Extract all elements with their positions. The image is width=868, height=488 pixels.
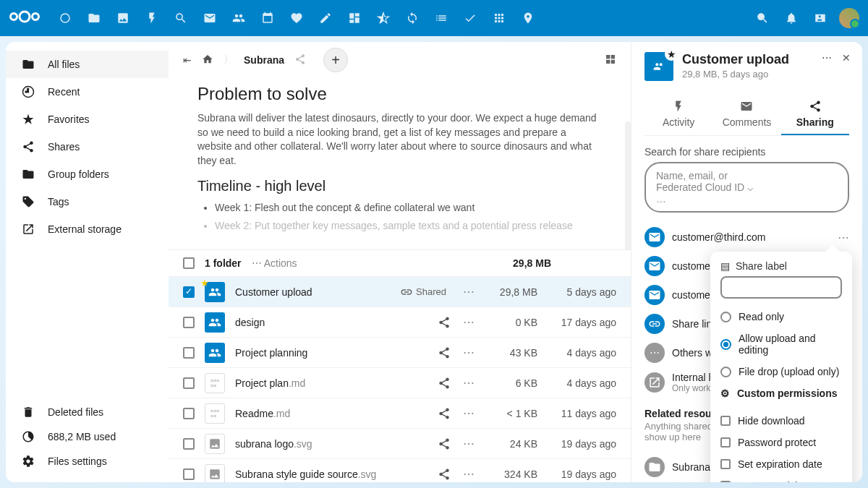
share-icon[interactable]: [400, 316, 451, 329]
circle-icon[interactable]: [51, 0, 80, 36]
row-more-icon[interactable]: ⋯: [461, 315, 477, 329]
location-icon[interactable]: [514, 0, 542, 36]
sidebar-item-recent[interactable]: Recent: [6, 78, 169, 106]
file-row[interactable]: ≡≡≡≡≡Readme.md⋯< 1 KB11 days ago: [169, 398, 631, 428]
share-option-check[interactable]: Password protect: [720, 432, 842, 453]
view-toggle-icon[interactable]: [605, 53, 616, 67]
share-option-check[interactable]: Hide download: [720, 410, 842, 432]
panel-close-icon[interactable]: ✕: [842, 52, 851, 64]
share-icon[interactable]: [400, 468, 451, 481]
breadcrumb-current[interactable]: Subrana: [244, 54, 284, 66]
trash-icon: [22, 406, 35, 419]
share-search-input[interactable]: Name, email, or Federated Cloud ID … ⌵: [644, 162, 849, 213]
row-checkbox[interactable]: [183, 377, 195, 389]
search-ring-icon[interactable]: [166, 0, 195, 36]
row-more-icon[interactable]: ⋯: [461, 376, 477, 390]
share-icon[interactable]: [400, 437, 451, 450]
row-checkbox[interactable]: [183, 317, 195, 328]
tab-comments[interactable]: Comments: [712, 94, 780, 135]
heart-icon[interactable]: [282, 0, 311, 36]
panel-more-icon[interactable]: ⋯: [822, 52, 832, 64]
row-more-icon[interactable]: ⋯: [461, 467, 477, 481]
contacts-icon[interactable]: [224, 0, 253, 36]
add-button[interactable]: +: [323, 48, 348, 72]
star-half-icon[interactable]: [369, 0, 398, 36]
bell-icon[interactable]: [777, 0, 806, 36]
deck-icon[interactable]: [340, 0, 369, 36]
share-icon[interactable]: [400, 377, 451, 390]
tab-sharing[interactable]: Sharing: [781, 94, 849, 135]
sidebar-item-group-folders[interactable]: Group folders: [6, 160, 169, 188]
select-all-checkbox[interactable]: [183, 257, 195, 269]
tab-activity[interactable]: Activity: [644, 94, 712, 135]
row-checkbox[interactable]: [183, 286, 195, 298]
file-row[interactable]: Customer upload Shared⋯29,8 MB5 days ago: [169, 276, 631, 307]
scrollbar[interactable]: [625, 121, 631, 249]
file-row[interactable]: ≡≡≡≡≡Project plan.md⋯6 KB4 days ago: [169, 367, 631, 398]
share-permission-option[interactable]: Read only: [720, 306, 842, 328]
share-permission-option[interactable]: Allow upload and editing: [720, 328, 842, 361]
row-more-icon[interactable]: ⋯: [461, 346, 477, 359]
row-checkbox[interactable]: [183, 347, 195, 359]
folder-icon[interactable]: [80, 0, 109, 36]
custom-permissions-button[interactable]: ⚙ Custom permissions: [720, 382, 842, 404]
user-avatar[interactable]: [839, 8, 859, 28]
sidebar-foot-gear[interactable]: Files settings: [6, 449, 169, 474]
sync-icon[interactable]: [398, 0, 427, 36]
row-checkbox[interactable]: [183, 408, 195, 419]
quota-icon: [22, 430, 35, 443]
file-date: 11 days ago: [548, 408, 616, 419]
file-row[interactable]: Project planning⋯43 KB4 days ago: [169, 337, 631, 367]
file-type-icon: [205, 434, 225, 454]
contact-card-icon[interactable]: [806, 0, 835, 36]
calendar-icon[interactable]: [253, 0, 282, 36]
file-type-icon: [205, 282, 225, 302]
menu-toggle-icon[interactable]: ⇤: [183, 54, 192, 66]
bolt-icon[interactable]: [137, 0, 166, 36]
total-size: 29,8 MB: [513, 257, 551, 269]
gear-icon: [22, 455, 35, 468]
tag-icon: [22, 195, 35, 208]
file-row[interactable]: design⋯0 KB17 days ago: [169, 307, 631, 337]
file-type-icon: [205, 312, 225, 333]
share-label-input[interactable]: [720, 276, 842, 299]
sidebar-foot-quota[interactable]: 688,2 MB used: [6, 424, 169, 449]
sidebar-foot-trash[interactable]: Deleted files: [6, 400, 169, 424]
row-more-icon[interactable]: ⋯: [461, 437, 477, 450]
sidebar-item-tags[interactable]: Tags: [6, 188, 169, 215]
share-icon[interactable]: [400, 407, 451, 420]
actions-menu[interactable]: ⋯ Actions: [252, 257, 297, 269]
share-permission-option[interactable]: File drop (upload only): [720, 361, 842, 382]
image-icon[interactable]: [109, 0, 137, 36]
row-more-icon[interactable]: ⋯: [461, 406, 477, 420]
list-icon[interactable]: [427, 0, 456, 36]
row-checkbox[interactable]: [183, 468, 195, 480]
sidebar-item-external-storage[interactable]: External storage: [6, 215, 169, 243]
file-size: 29,8 MB: [487, 286, 537, 298]
mail-icon: [644, 227, 665, 247]
file-row[interactable]: Subrana style guide source.svg⋯324 KB19 …: [169, 458, 631, 482]
share-option-check[interactable]: Note to recipient: [720, 475, 842, 482]
grid-icon[interactable]: [485, 0, 514, 36]
sidebar-item-favorites[interactable]: Favorites: [6, 106, 169, 133]
share-more-icon[interactable]: ⋯: [838, 231, 849, 244]
row-checkbox[interactable]: [183, 438, 195, 450]
check-icon[interactable]: [456, 0, 485, 36]
row-more-icon[interactable]: ⋯: [461, 285, 477, 299]
breadcrumb[interactable]: 〉 Subrana: [202, 53, 306, 67]
mail-icon[interactable]: [195, 0, 224, 36]
radio-icon: [720, 312, 731, 322]
sidebar-item-all-files[interactable]: All files: [6, 51, 169, 78]
details-folder-icon: [644, 52, 673, 81]
sidebar-item-shares[interactable]: Shares: [6, 133, 169, 160]
share-icon[interactable]: [294, 53, 306, 67]
search-icon[interactable]: [748, 0, 777, 36]
sliders-icon: ⚙: [720, 388, 730, 399]
chevron-down-icon[interactable]: ⌵: [747, 181, 838, 193]
pencil-icon[interactable]: [311, 0, 340, 36]
share-icon[interactable]: [400, 346, 451, 359]
share-icon: [22, 140, 35, 153]
share-option-check[interactable]: Set expiration date: [720, 453, 842, 475]
file-row[interactable]: subrana logo.svg⋯24 KB19 days ago: [169, 428, 631, 458]
home-icon[interactable]: [202, 53, 213, 67]
